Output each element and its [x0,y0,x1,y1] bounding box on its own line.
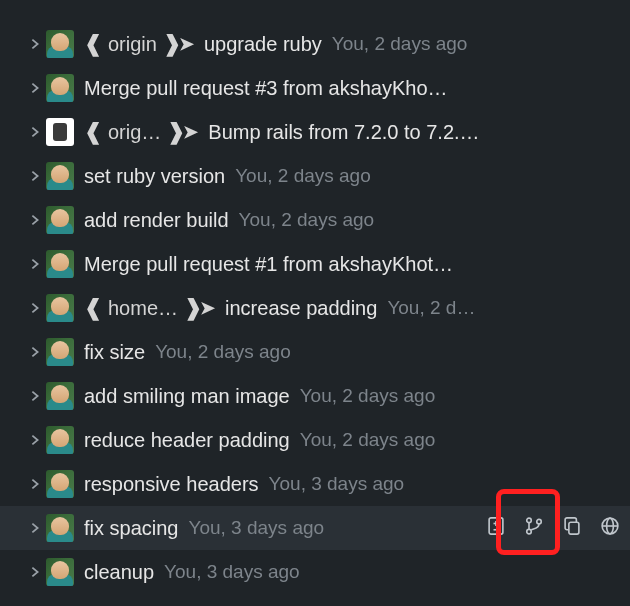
commit-meta: You, 2 days ago [235,165,371,187]
commit-row[interactable]: fix spacingYou, 3 days ago [0,506,630,550]
expand-chevron-icon[interactable] [24,345,46,359]
open-diff-button[interactable] [482,514,510,542]
commit-row[interactable]: Merge pull request #3 from akshayKho… [0,66,630,110]
commit-row[interactable]: reduce header paddingYou, 2 days ago [0,418,630,462]
user-avatar [46,338,74,366]
commit-message: increase padding [225,297,377,320]
commit-row[interactable]: add render buildYou, 2 days ago [0,198,630,242]
expand-chevron-icon[interactable] [24,301,46,315]
bot-avatar [46,118,74,146]
user-avatar [46,30,74,58]
expand-chevron-icon[interactable] [24,213,46,227]
expand-chevron-icon[interactable] [24,389,46,403]
commit-row[interactable]: cleanupYou, 3 days ago [0,550,630,594]
commit-row[interactable]: fix sizeYou, 2 days ago [0,330,630,374]
commit-row[interactable]: ❰home…❱➤increase paddingYou, 2 d… [0,286,630,330]
commit-meta: You, 2 days ago [300,385,436,407]
commit-message: upgrade ruby [204,33,322,56]
commit-row[interactable]: set ruby versionYou, 2 days ago [0,154,630,198]
commit-message: Bump rails from 7.2.0 to 7.2.… [208,121,479,144]
expand-chevron-icon[interactable] [24,37,46,51]
commit-message: Merge pull request #1 from akshayKhot… [84,253,453,276]
copy-icon [562,516,582,541]
commit-row[interactable]: ❰origin❱➤upgrade rubyYou, 2 days ago [0,22,630,66]
expand-chevron-icon[interactable] [24,257,46,271]
commit-message: reduce header padding [84,429,290,452]
user-avatar [46,162,74,190]
commit-message: responsive headers [84,473,259,496]
commit-meta: You, 2 days ago [155,341,291,363]
user-avatar [46,514,74,542]
svg-rect-7 [569,522,579,534]
commit-meta: You, 2 d… [387,297,475,319]
branch-name: home… [102,297,184,320]
user-avatar [46,250,74,278]
open-remote-button[interactable] [596,514,624,542]
svg-point-5 [527,529,532,534]
expand-chevron-icon[interactable] [24,81,46,95]
svg-point-6 [537,519,542,524]
row-actions [472,506,624,550]
expand-chevron-icon[interactable] [24,477,46,491]
copy-sha-button[interactable] [558,514,586,542]
expand-chevron-icon[interactable] [24,565,46,579]
commit-message: add render build [84,209,229,232]
commit-message: add smiling man image [84,385,290,408]
user-avatar [46,74,74,102]
commit-message: fix spacing [84,517,179,540]
branch-badge: ❰home…❱➤ [84,295,215,321]
branch-badge: ❰origin❱➤ [84,31,194,57]
commit-meta: You, 3 days ago [164,561,300,583]
commit-row[interactable]: ❰orig…❱➤Bump rails from 7.2.0 to 7.2.… [0,110,630,154]
user-avatar [46,558,74,586]
commit-meta: You, 2 days ago [239,209,375,231]
commit-row[interactable]: responsive headersYou, 3 days ago [0,462,630,506]
branch-name: orig… [102,121,167,144]
commit-message: Merge pull request #3 from akshayKho… [84,77,448,100]
git-branch-icon [524,516,544,541]
file-diff-icon [486,516,506,541]
branch-badge: ❰orig…❱➤ [84,119,198,145]
commit-row[interactable]: add smiling man imageYou, 2 days ago [0,374,630,418]
commit-message: set ruby version [84,165,225,188]
commit-message: cleanup [84,561,154,584]
user-avatar [46,470,74,498]
expand-chevron-icon[interactable] [24,125,46,139]
branch-name: origin [102,33,163,56]
user-avatar [46,206,74,234]
globe-icon [600,516,620,541]
commit-list: ❰origin❱➤upgrade rubyYou, 2 days agoMerg… [0,0,630,594]
user-avatar [46,382,74,410]
user-avatar [46,426,74,454]
user-avatar [46,294,74,322]
expand-chevron-icon[interactable] [24,169,46,183]
svg-point-4 [527,518,532,523]
expand-chevron-icon[interactable] [24,433,46,447]
commit-meta: You, 2 days ago [332,33,468,55]
checkout-branch-button[interactable] [520,514,548,542]
commit-meta: You, 2 days ago [300,429,436,451]
commit-message: fix size [84,341,145,364]
expand-chevron-icon[interactable] [24,521,46,535]
commit-meta: You, 3 days ago [269,473,405,495]
commit-meta: You, 3 days ago [189,517,325,539]
commit-row[interactable]: Merge pull request #1 from akshayKhot… [0,242,630,286]
